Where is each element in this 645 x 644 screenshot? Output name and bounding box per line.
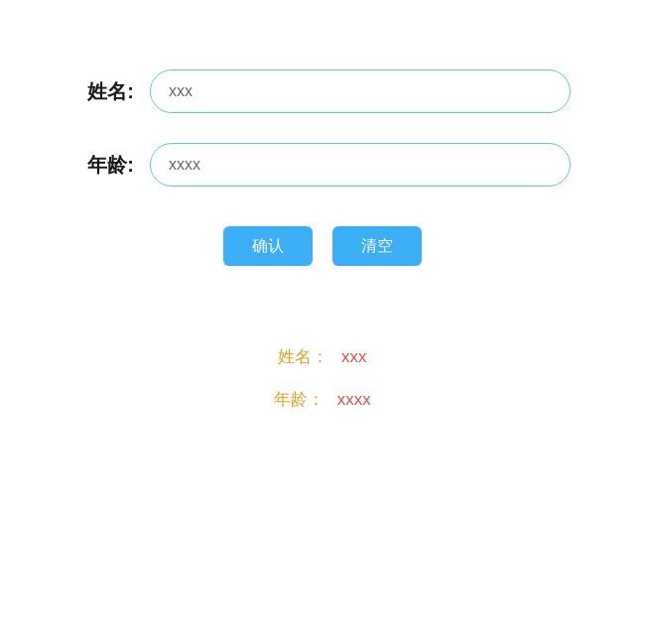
age-input[interactable] [150, 143, 571, 187]
button-row: 确认 清空 [74, 226, 571, 266]
name-label: 姓名: [74, 78, 134, 105]
name-row: 姓名: [74, 69, 571, 113]
result-name-value: xxx [341, 347, 367, 366]
result-age-label: 年龄： [274, 390, 324, 409]
clear-button[interactable]: 清空 [332, 226, 422, 266]
result-name-row: 姓名： xxx [278, 345, 366, 368]
result-section: 姓名： xxx 年龄： xxxx [274, 345, 371, 411]
name-input[interactable] [150, 69, 571, 113]
confirm-button[interactable]: 确认 [223, 226, 313, 266]
result-age-row: 年龄： xxxx [274, 388, 371, 411]
age-label: 年龄: [74, 152, 134, 179]
age-row: 年龄: [74, 143, 571, 187]
result-age-value: xxxx [337, 390, 371, 409]
result-name-label: 姓名： [278, 347, 328, 366]
form-section: 姓名: 年龄: 确认 清空 [74, 69, 571, 266]
